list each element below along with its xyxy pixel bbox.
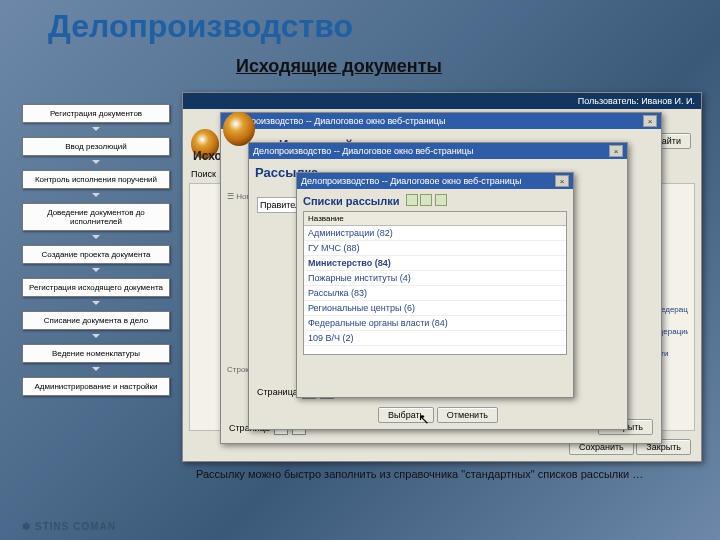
- dialog-title: Делопроизводство -- Диалоговое окно веб-…: [225, 116, 445, 126]
- cancel-button[interactable]: Отменить: [437, 407, 498, 423]
- delete-icon[interactable]: [435, 194, 447, 206]
- dialog-title: Делопроизводство -- Диалоговое окно веб-…: [301, 176, 521, 186]
- table-row[interactable]: Пожарные институты (4): [304, 271, 566, 286]
- slide-title: Делопроизводство: [48, 8, 353, 45]
- dialog-titlebar: Делопроизводство -- Диалоговое окно веб-…: [249, 143, 627, 159]
- close-icon[interactable]: ×: [643, 115, 657, 127]
- flow-step: Регистрация исходящего документа: [22, 278, 170, 297]
- dialog-title: Делопроизводство -- Диалоговое окно веб-…: [253, 146, 473, 156]
- dialog-titlebar: Делопроизводство -- Диалоговое окно веб-…: [221, 113, 661, 129]
- close-icon[interactable]: ×: [609, 145, 623, 157]
- dialog-spiski: Делопроизводство -- Диалоговое окно веб-…: [296, 172, 574, 398]
- table-row[interactable]: Региональные центры (6): [304, 301, 566, 316]
- add-icon[interactable]: [406, 194, 418, 206]
- flow-step: Ввод резолюций: [22, 137, 170, 156]
- slide-subtitle: Исходящие документы: [236, 56, 442, 77]
- process-flow: Регистрация документов Ввод резолюций Ко…: [22, 104, 170, 410]
- table-row[interactable]: 109 В/Ч (2): [304, 331, 566, 346]
- flow-step: Списание документа в дело: [22, 311, 170, 330]
- flow-step: Ведение номенклатуры: [22, 344, 170, 363]
- table-row[interactable]: Администрации (82): [304, 226, 566, 241]
- table-row[interactable]: Рассылка (83): [304, 286, 566, 301]
- list-table: Название Администрации (82) ГУ МЧС (88) …: [303, 211, 567, 355]
- table-row[interactable]: Федеральные органы власти (84): [304, 316, 566, 331]
- close-icon[interactable]: ×: [555, 175, 569, 187]
- app-header: Пользователь: Иванов И. И.: [183, 93, 701, 109]
- table-row[interactable]: Министерство (84): [304, 256, 566, 271]
- flow-step: Контроль исполнения поручений: [22, 170, 170, 189]
- mouse-cursor-icon: ↖: [418, 411, 430, 427]
- table-row[interactable]: ГУ МЧС (88): [304, 241, 566, 256]
- flow-step: Регистрация документов: [22, 104, 170, 123]
- dialog-heading: Списки рассылки: [303, 195, 400, 207]
- slide-caption: Рассылку можно быстро заполнить из справ…: [196, 468, 700, 480]
- flow-step: Администрирование и настройки: [22, 377, 170, 396]
- vendor-logo: STINS COMAN: [22, 521, 116, 532]
- flow-step: Доведение документов до исполнителей: [22, 203, 170, 231]
- search-label: Поиск: [191, 169, 216, 179]
- dialog-titlebar: Делопроизводство -- Диалоговое окно веб-…: [297, 173, 573, 189]
- user-label: Пользователь: Иванов И. И.: [578, 96, 695, 106]
- emblem-icon: [223, 112, 255, 146]
- edit-icon[interactable]: [420, 194, 432, 206]
- flow-step: Создание проекта документа: [22, 245, 170, 264]
- column-header[interactable]: Название: [304, 212, 566, 226]
